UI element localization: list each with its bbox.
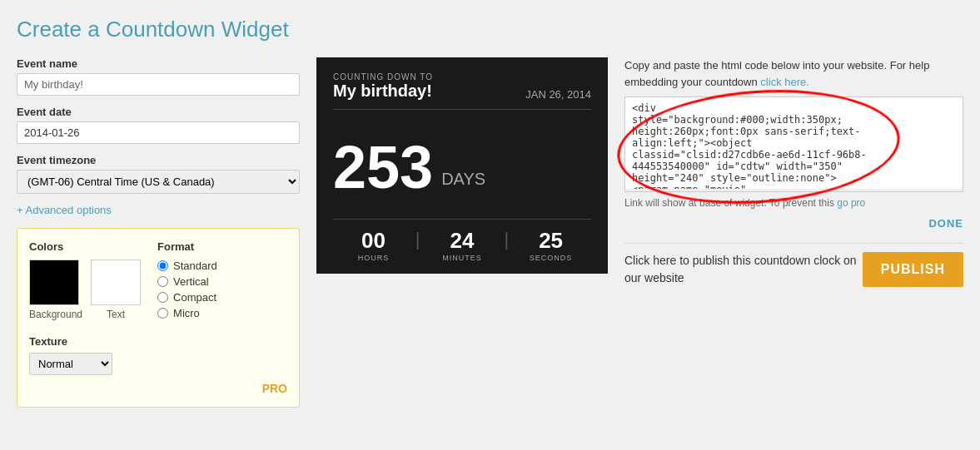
widget-seconds-value: 25 — [510, 228, 591, 254]
text-color-swatch[interactable] — [91, 260, 141, 305]
colors-section: Colors Background Text — [29, 240, 141, 327]
background-color-swatch[interactable] — [29, 260, 79, 305]
format-micro-text: Micro — [173, 307, 200, 319]
format-standard-text: Standard — [173, 260, 217, 272]
format-standard-label[interactable]: Standard — [157, 260, 217, 272]
colors-panel: Colors Background Text Format — [17, 228, 300, 408]
embed-click-here-link[interactable]: click here. — [760, 76, 809, 88]
publish-row: Click here to publish this countdown clo… — [624, 243, 963, 287]
event-timezone-group: Event timezone (GMT-06) Central Time (US… — [17, 154, 300, 194]
background-swatch-label: Background — [29, 309, 82, 320]
widget-hours-value: 00 — [333, 228, 414, 254]
event-name-input[interactable] — [17, 73, 300, 96]
widget-time-row: 00 HOURS | 24 MINUTES | 25 SECONDS — [333, 219, 591, 262]
text-swatch-label: Text — [91, 309, 141, 320]
background-swatch-item: Background — [29, 260, 82, 320]
widget-header-left: COUNTING DOWN TO My birthday! — [333, 72, 433, 101]
left-panel: Event name Event date Event timezone (GM… — [17, 57, 300, 408]
format-vertical-text: Vertical — [173, 275, 209, 288]
advanced-options-label: + Advanced options — [17, 204, 112, 216]
event-date-label: Event date — [17, 106, 300, 118]
right-panel: Copy and paste the html code below into … — [624, 57, 963, 287]
widget-days-label: DAYS — [441, 170, 485, 197]
publish-button[interactable]: PUBLISH — [863, 252, 963, 287]
format-vertical-radio[interactable] — [157, 276, 168, 287]
format-vertical-label[interactable]: Vertical — [157, 275, 217, 288]
widget-days-count: 253 — [333, 137, 433, 197]
widget-event-name: My birthday! — [333, 82, 433, 101]
event-name-label: Event name — [17, 57, 300, 70]
widget-main-number: 253 DAYS — [333, 129, 591, 200]
countdown-widget: COUNTING DOWN TO My birthday! JAN 26, 20… — [316, 57, 608, 274]
page-title: Create a Countdown Widget — [17, 17, 963, 42]
texture-section: Texture Normal Rough Smooth — [29, 335, 287, 375]
go-pro-link[interactable]: go pro — [837, 197, 865, 209]
format-compact-text: Compact — [173, 291, 216, 304]
pro-badge: PRO — [29, 382, 287, 395]
event-date-group: Event date — [17, 106, 300, 144]
texture-label: Texture — [29, 335, 287, 348]
embed-code-container: <div style="background:#000;width:350px;… — [625, 97, 963, 191]
widget-separator-2: | — [502, 229, 510, 262]
widget-separator-1: | — [414, 229, 422, 262]
format-micro-label[interactable]: Micro — [157, 307, 217, 319]
widget-date: JAN 26, 2014 — [525, 88, 591, 101]
preview-panel: COUNTING DOWN TO My birthday! JAN 26, 20… — [316, 57, 608, 274]
publish-text: Click here to publish this countdown clo… — [624, 252, 863, 287]
widget-minutes-unit: 24 MINUTES — [422, 228, 503, 262]
texture-select[interactable]: Normal Rough Smooth — [29, 353, 112, 375]
colors-label: Colors — [29, 240, 141, 253]
widget-hours-label: HOURS — [333, 254, 414, 262]
format-section: Format Standard Vertical Compact — [157, 240, 217, 327]
embed-instructions: Copy and paste the html code below into … — [624, 57, 963, 90]
color-swatches: Background Text — [29, 260, 141, 320]
widget-hours-unit: 00 HOURS — [333, 228, 414, 262]
timezone-row: (GMT-06) Central Time (US & Canada) — [17, 170, 300, 194]
format-radio-group: Standard Vertical Compact Micro — [157, 260, 217, 319]
event-timezone-label: Event timezone — [17, 154, 300, 166]
format-compact-radio[interactable] — [157, 292, 168, 303]
widget-minutes-value: 24 — [422, 228, 503, 254]
widget-seconds-unit: 25 SECONDS — [510, 228, 591, 262]
format-standard-radio[interactable] — [157, 260, 168, 271]
done-row: DONE — [624, 217, 963, 230]
text-swatch-item: Text — [91, 260, 141, 320]
colors-format-row: Colors Background Text Format — [29, 240, 287, 327]
format-label: Format — [157, 240, 217, 253]
advanced-options-toggle[interactable]: + Advanced options — [17, 204, 300, 216]
main-container: Event name Event date Event timezone (GM… — [17, 57, 963, 408]
event-date-input[interactable] — [17, 121, 300, 144]
widget-header: COUNTING DOWN TO My birthday! JAN 26, 20… — [333, 72, 591, 110]
texture-row: Normal Rough Smooth — [29, 353, 287, 375]
format-compact-label[interactable]: Compact — [157, 291, 217, 304]
widget-counting-label: COUNTING DOWN TO — [333, 72, 433, 82]
widget-minutes-label: MINUTES — [422, 254, 503, 262]
embed-code-wrapper: <div style="background:#000;width:350px;… — [624, 96, 963, 192]
embed-code-textarea[interactable]: <div style="background:#000;width:350px;… — [625, 97, 963, 189]
done-button[interactable]: DONE — [928, 217, 963, 230]
embed-note: Link will show at base of widget. To pre… — [624, 197, 963, 209]
event-name-group: Event name — [17, 57, 300, 96]
embed-note-text: Link will show at base of widget. To pre… — [624, 197, 834, 209]
widget-seconds-label: SECONDS — [510, 254, 591, 262]
timezone-select[interactable]: (GMT-06) Central Time (US & Canada) — [17, 170, 300, 194]
format-micro-radio[interactable] — [157, 308, 168, 319]
